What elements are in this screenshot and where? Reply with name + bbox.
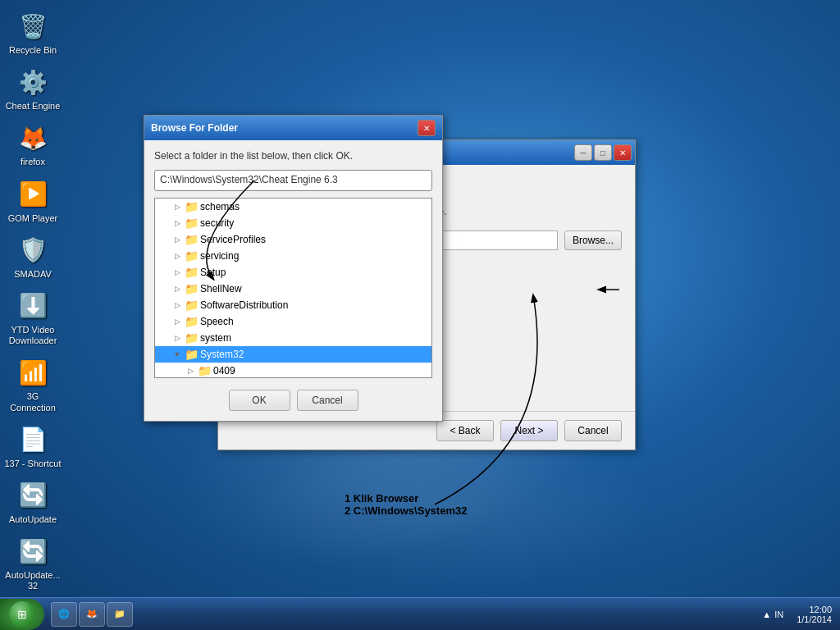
icon-autoupdate32[interactable]: 🔄 AutoUpdate... 32 bbox=[0, 532, 66, 595]
autoupdate32-icon: 🔄 bbox=[16, 535, 49, 568]
annotation-line1: 1 Klik Browser bbox=[345, 492, 467, 504]
ytd-label: YTD Video Downloader bbox=[3, 325, 62, 346]
tree-item-label: SoftwareDistribution bbox=[200, 299, 288, 311]
tree-item-label: ShellNew bbox=[200, 283, 242, 294]
recycle-bin-icon: 🗑️ bbox=[16, 10, 49, 43]
tree-expand-icon: ▷ bbox=[171, 201, 183, 212]
clock-date: 1/1/2014 bbox=[797, 614, 832, 624]
icon-smadav[interactable]: 🛡️ SMADAV bbox=[0, 231, 66, 283]
back-button[interactable]: < Back bbox=[436, 420, 494, 441]
start-orb: ⊞ bbox=[9, 601, 35, 628]
shortcut-label: 137 - Shortcut bbox=[4, 459, 61, 469]
tree-expand-icon: ▷ bbox=[171, 217, 183, 229]
tree-item-label: ServiceProfiles bbox=[200, 234, 266, 245]
next-button[interactable]: Next > bbox=[500, 420, 558, 441]
tree-expand-icon: ▷ bbox=[171, 316, 183, 327]
tree-item-label: security bbox=[200, 217, 234, 229]
installer-cancel-button[interactable]: Cancel bbox=[564, 420, 622, 441]
tree-item[interactable]: ▷📁Setup bbox=[155, 264, 431, 281]
taskbar-item-ff[interactable]: 🦊 bbox=[79, 602, 105, 627]
ie-icon: 🌐 bbox=[58, 609, 70, 619]
tree-expand-icon: ▷ bbox=[171, 234, 183, 245]
3g-icon: 📶 bbox=[16, 356, 49, 389]
tree-item[interactable]: ▷📁ServiceProfiles bbox=[155, 231, 431, 248]
folder-icon: 📁 bbox=[185, 348, 198, 361]
folder-icon: 📁 bbox=[114, 609, 126, 619]
taskbar-tray: ▲ IN bbox=[757, 609, 788, 619]
icon-137-shortcut[interactable]: 📄 137 - Shortcut bbox=[0, 420, 66, 472]
tray-expand[interactable]: ▲ bbox=[762, 609, 771, 619]
gom-label: GOM Player bbox=[8, 213, 58, 224]
tree-item[interactable]: ▼📁System32 bbox=[155, 346, 431, 363]
taskbar-clock: 12:00 1/1/2014 bbox=[788, 605, 840, 624]
tree-item-label: Speech bbox=[200, 316, 234, 327]
browse-folder-tree[interactable]: ▷📁schemas▷📁security▷📁ServiceProfiles▷📁se… bbox=[154, 198, 432, 378]
folder-icon: 📁 bbox=[185, 315, 198, 328]
tree-item[interactable]: ▷📁0409 bbox=[155, 363, 431, 378]
tree-item[interactable]: ▷📁Speech bbox=[155, 313, 431, 330]
taskbar-item-ie[interactable]: 🌐 bbox=[51, 602, 77, 627]
shortcut-icon: 📄 bbox=[16, 423, 49, 456]
tree-item[interactable]: ▷📁servicing bbox=[155, 248, 431, 264]
tree-item[interactable]: ▷📁schemas bbox=[155, 199, 431, 215]
tree-expand-icon: ▷ bbox=[185, 365, 196, 377]
icon-ytd[interactable]: ⬇️ YTD Video Downloader bbox=[0, 286, 66, 349]
browse-path-display: C:\Windows\System32\Cheat Engine 6.3 bbox=[154, 170, 432, 191]
tree-expand-icon: ▷ bbox=[171, 299, 183, 311]
tree-expand-icon: ▷ bbox=[171, 250, 183, 262]
cheat-engine-label: Cheat Engine bbox=[6, 101, 61, 112]
start-button[interactable]: ⊞ bbox=[0, 599, 44, 630]
autoupdate32-label: AutoUpdate... 32 bbox=[3, 570, 62, 591]
icon-cheat-engine[interactable]: ⚙️ Cheat Engine bbox=[0, 62, 66, 115]
tree-item[interactable]: ▷📁SoftwareDistribution bbox=[155, 297, 431, 313]
tree-item[interactable]: ▷📁system bbox=[155, 330, 431, 346]
browse-cancel-button[interactable]: Cancel bbox=[297, 390, 358, 411]
tree-item[interactable]: ▷📁security bbox=[155, 215, 431, 231]
tree-item-label: Setup bbox=[200, 267, 226, 278]
tree-item[interactable]: ▷📁ShellNew bbox=[155, 281, 431, 297]
icon-3g[interactable]: 📶 3G Connection bbox=[0, 353, 66, 416]
installer-maximize-button[interactable]: □ bbox=[594, 144, 612, 161]
taskbar: ⊞ 🌐 🦊 📁 ▲ IN 12:00 1/1/2014 bbox=[0, 597, 840, 630]
browse-ok-button[interactable]: OK bbox=[229, 390, 290, 411]
browse-dialog: Browse For Folder ✕ Select a folder in t… bbox=[144, 115, 443, 422]
installer-controls: ─ □ ✕ bbox=[574, 144, 632, 161]
recycle-bin-label: Recycle Bin bbox=[9, 45, 57, 56]
autoupdate-label: AutoUpdate bbox=[9, 514, 57, 525]
desktop: 🗑️ Recycle Bin ⚙️ Cheat Engine 🦊 firefox… bbox=[0, 0, 840, 630]
tree-item-label: servicing bbox=[200, 250, 239, 262]
browse-dialog-content: Select a folder in the list below, then … bbox=[144, 140, 442, 421]
installer-close-button[interactable]: ✕ bbox=[614, 144, 632, 161]
tree-item-label: System32 bbox=[200, 349, 244, 360]
folder-icon: 📁 bbox=[185, 217, 198, 230]
annotation-text: 1 Klik Browser 2 C:\Windows\System32 bbox=[345, 492, 467, 517]
folder-icon: 📁 bbox=[185, 299, 198, 312]
icon-firefox[interactable]: 🦊 firefox bbox=[0, 118, 66, 171]
smadav-label: SMADAV bbox=[14, 269, 52, 280]
icon-recycle-bin[interactable]: 🗑️ Recycle Bin bbox=[0, 7, 66, 59]
taskbar-items: 🌐 🦊 📁 bbox=[48, 602, 757, 627]
tree-item-label: 0409 bbox=[213, 365, 235, 377]
folder-icon: 📁 bbox=[198, 364, 211, 377]
ff-icon: 🦊 bbox=[86, 609, 98, 619]
installer-minimize-button[interactable]: ─ bbox=[574, 144, 592, 161]
folder-icon: 📁 bbox=[185, 331, 198, 345]
folder-icon: 📁 bbox=[185, 249, 198, 262]
folder-icon: 📁 bbox=[185, 266, 198, 279]
browse-dialog-title: Browse For Folder bbox=[151, 122, 238, 134]
browse-close-button[interactable]: ✕ bbox=[418, 120, 436, 136]
tree-expand-icon: ▷ bbox=[171, 332, 183, 344]
icon-gom-player[interactable]: ▶️ GOM Player bbox=[0, 175, 66, 227]
tree-item-label: schemas bbox=[200, 201, 240, 212]
smadav-icon: 🛡️ bbox=[16, 234, 49, 267]
icon-autoupdate[interactable]: 🔄 AutoUpdate bbox=[0, 476, 66, 528]
tree-expand-icon: ▷ bbox=[171, 267, 183, 278]
browse-button[interactable]: Browse... bbox=[564, 231, 622, 250]
autoupdate-icon: 🔄 bbox=[16, 479, 49, 512]
cheat-engine-icon: ⚙️ bbox=[16, 66, 49, 98]
browse-instruction: Select a folder in the list below, then … bbox=[154, 150, 432, 162]
taskbar-item-folder[interactable]: 📁 bbox=[107, 602, 133, 627]
clock-time: 12:00 bbox=[797, 605, 832, 614]
annotation-line2: 2 C:\Windows\System32 bbox=[345, 504, 467, 517]
ytd-icon: ⬇️ bbox=[16, 290, 49, 322]
